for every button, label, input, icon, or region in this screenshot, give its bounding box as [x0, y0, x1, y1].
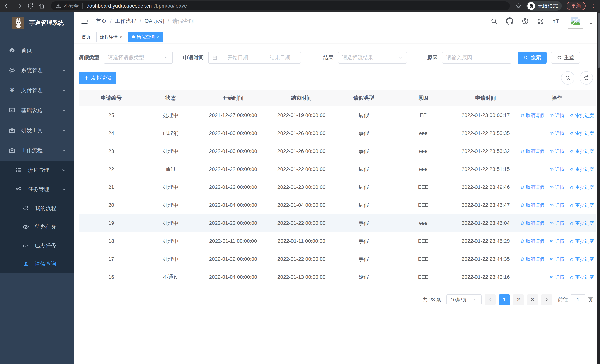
result-select[interactable]: 请选择流结果 — [338, 52, 407, 64]
fullscreen-icon[interactable] — [537, 18, 544, 25]
detail-action-link[interactable]: 详情 — [549, 166, 564, 172]
sidebar-item-payment-management[interactable]: ¥支付管理 — [0, 80, 74, 101]
apply-time-range-picker[interactable]: 开始日期 - 结束日期 — [208, 52, 301, 64]
search-icon[interactable] — [490, 18, 498, 25]
sidebar-fold-icon[interactable] — [80, 17, 89, 25]
detail-action-link[interactable]: 详情 — [549, 220, 564, 226]
sidebar-item-done-tasks[interactable]: 已办任务 — [0, 236, 74, 255]
cell-actions: 取消请假详情审批进度 — [518, 256, 596, 262]
help-icon[interactable] — [521, 18, 529, 25]
page-button-2[interactable]: 2 — [513, 294, 524, 305]
edit-icon — [569, 131, 574, 136]
prev-page-button[interactable] — [485, 294, 496, 305]
progress-action-link[interactable]: 审批进度 — [569, 184, 594, 190]
cancel-action-link[interactable]: 取消请假 — [520, 184, 544, 190]
font-size-icon[interactable]: TT — [553, 18, 560, 25]
cancel-action-link[interactable]: 取消请假 — [520, 112, 544, 118]
page-scrollbar[interactable] — [597, 12, 600, 364]
sidebar-item-label: 工作流程 — [21, 147, 43, 154]
avatar-caret-icon[interactable] — [589, 21, 594, 26]
github-icon[interactable] — [506, 18, 513, 25]
tag-active[interactable]: 请假查询× — [128, 32, 163, 42]
cancel-action-link[interactable]: 取消请假 — [520, 256, 544, 262]
edit-icon — [569, 203, 574, 208]
chrome-update-button[interactable]: 更新 — [567, 2, 586, 10]
forward-arrow-icon[interactable] — [16, 3, 22, 9]
chrome-menu-icon[interactable] — [590, 3, 596, 9]
sidebar-item-task-management[interactable]: 任务管理 — [0, 180, 74, 199]
sidebar-item-system-management[interactable]: 系统管理 — [0, 60, 74, 80]
cell-status: 处理中 — [144, 256, 197, 263]
bookmark-star-icon[interactable] — [515, 3, 522, 9]
leave-type-select[interactable]: 请选择请假类型 — [104, 52, 173, 64]
progress-action-link[interactable]: 审批进度 — [569, 166, 594, 172]
tag-item[interactable]: 流程详情× — [96, 32, 126, 42]
sidebar-item-dev-tools[interactable]: 研发工具 — [0, 121, 74, 140]
reset-button[interactable]: 重置 — [551, 52, 580, 64]
detail-action-link[interactable]: 详情 — [549, 130, 564, 136]
page-button-1[interactable]: 1 — [499, 294, 510, 305]
cell-apply_time: 2022-01-22 23:53:32 — [453, 148, 518, 154]
goto-page-input[interactable] — [571, 294, 585, 305]
sidebar-item-process-management[interactable]: 流程管理 — [0, 160, 74, 180]
reload-icon[interactable] — [27, 3, 34, 9]
toggle-search-button[interactable] — [561, 71, 574, 84]
eye-icon — [549, 185, 554, 190]
cancel-action-link[interactable]: 取消请假 — [520, 148, 544, 154]
detail-action-link[interactable]: 详情 — [549, 202, 564, 208]
table-row: 23处理中2022-01-03 00:00:002022-01-26 00:00… — [79, 142, 596, 160]
progress-action-link[interactable]: 审批进度 — [569, 112, 594, 118]
filter-time-label: 申请时间 — [183, 54, 204, 61]
detail-action-link[interactable]: 详情 — [549, 112, 564, 118]
sidebar-item-my-process[interactable]: 我的流程 — [0, 199, 74, 218]
back-arrow-icon[interactable] — [4, 3, 11, 9]
reason-input[interactable] — [446, 55, 507, 61]
progress-action-link[interactable]: 审批进度 — [569, 130, 594, 136]
close-icon[interactable]: × — [120, 34, 122, 39]
sidebar-item-workflow[interactable]: 工作流程 — [0, 140, 74, 160]
next-page-button[interactable] — [541, 294, 552, 305]
progress-action-link[interactable]: 审批进度 — [569, 238, 594, 244]
progress-action-link[interactable]: 审批进度 — [569, 256, 594, 262]
app-logo[interactable]: 芋道管理系统 — [0, 12, 74, 34]
detail-action-link[interactable]: 详情 — [549, 274, 564, 280]
close-icon[interactable]: × — [157, 34, 159, 39]
tag-item[interactable]: 首页 — [78, 32, 94, 42]
trash-icon — [520, 149, 525, 154]
home-icon[interactable] — [38, 3, 45, 9]
table-header-row: 申请编号状态开始时间结束时间请假类型原因申请时间操作 — [79, 90, 596, 106]
detail-action-link[interactable]: 详情 — [549, 184, 564, 190]
progress-action-link[interactable]: 审批进度 — [569, 220, 594, 226]
progress-action-link[interactable]: 审批进度 — [569, 148, 594, 154]
breadcrumb-item[interactable]: 首页 — [96, 18, 107, 25]
scrollbar-thumb[interactable] — [598, 13, 600, 68]
cancel-action-link[interactable]: 取消请假 — [520, 202, 544, 208]
cell-status: 通过 — [144, 166, 197, 173]
cancel-action-link[interactable]: 取消请假 — [520, 220, 544, 226]
cell-start: 2022-01-22 00:00:00 — [197, 220, 269, 226]
search-button[interactable]: 搜索 — [518, 52, 547, 64]
sidebar-item-leave-query[interactable]: 请假查询 — [0, 255, 74, 273]
refresh-table-button[interactable] — [580, 71, 593, 84]
avatar[interactable] — [568, 14, 583, 29]
cell-id: 21 — [79, 184, 144, 190]
page-size-select[interactable]: 10条/页 — [446, 294, 482, 305]
cancel-action-link[interactable]: 取消请假 — [520, 238, 544, 244]
chevron-left-icon — [488, 297, 493, 302]
url-bar[interactable]: 不安全 dashboard.yudao.iocoder.cn/bpm/oa/le… — [51, 1, 510, 10]
sidebar-item-todo-tasks[interactable]: 待办任务 — [0, 218, 74, 236]
cell-start: 2022-01-22 00:00:00 — [197, 256, 269, 262]
breadcrumb-item[interactable]: 工作流程 — [115, 18, 136, 25]
progress-action-link[interactable]: 审批进度 — [569, 274, 594, 280]
detail-action-link[interactable]: 详情 — [549, 148, 564, 154]
detail-action-link[interactable]: 详情 — [549, 256, 564, 262]
breadcrumb-item[interactable]: OA 示例 — [145, 18, 164, 25]
sidebar-item-home[interactable]: 首页 — [0, 40, 74, 60]
page-button-3[interactable]: 3 — [527, 294, 538, 305]
progress-action-link[interactable]: 审批进度 — [569, 202, 594, 208]
create-leave-button[interactable]: 发起请假 — [79, 72, 116, 84]
sidebar-item-infrastructure[interactable]: 基础设施 — [0, 101, 74, 121]
tag-label: 请假查询 — [137, 34, 155, 40]
detail-action-link[interactable]: 详情 — [549, 238, 564, 244]
sidebar-item-label: 任务管理 — [28, 186, 49, 193]
